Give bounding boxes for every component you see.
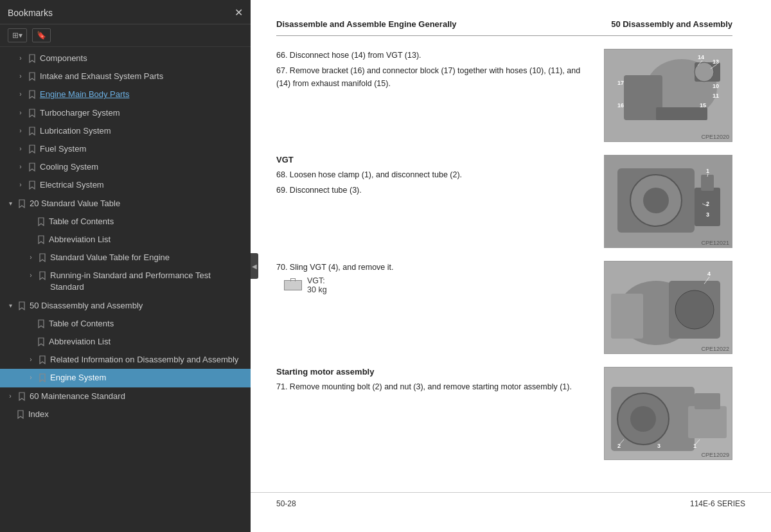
section-vgt-disconnect: 66. Disconnect hose (14) from VGT (13). … [276,49,732,142]
svg-text:14: 14 [698,54,704,60]
bookmark-add-button[interactable]: 🔖 [32,28,51,42]
expand-icon-lubrication[interactable]: › [15,126,26,136]
tree-item-engine-main-body[interactable]: › Engine Main Body Parts [0,85,251,103]
tree-item-lubrication[interactable]: › Lubrication System [0,122,251,140]
step-num: 66. [276,51,290,60]
tree-item-fuel[interactable]: › Fuel System [0,140,251,158]
expand-icon-engine-system[interactable]: › [26,373,36,383]
bookmark-icon-electrical [27,180,37,190]
tree-item-std-value-table[interactable]: ▾ 20 Standard Value Table [0,195,251,213]
bookmark-icon-engine-main-body [27,89,37,100]
series-name: 114E-6 SERIES [690,499,745,508]
bookmark-icon-std-engine [37,253,48,263]
tree-label-toc-std: Table of Contents [49,216,245,227]
step-66: 66. Disconnect hose (14) from VGT (13). [276,49,589,62]
weight-note: VGT:30 kg [284,276,589,294]
tree-item-components[interactable]: › Components [0,49,251,67]
tree-item-abbrev-std[interactable]: Abbreviation List [0,231,251,249]
expand-icon-disassembly[interactable]: ▾ [5,301,15,311]
step-67: 67. Remove bracket (16) and connector bl… [276,64,589,90]
expand-icon-related-info[interactable]: › [26,355,36,365]
step-num: 69. [276,186,290,195]
tree-item-maintenance[interactable]: › 60 Maintenance Standard [0,387,251,405]
tree-item-running-std[interactable]: › Running-in Standard and Performance Te… [0,267,251,296]
tree-label-related-info: Related Information on Disassembly and A… [50,354,245,366]
svg-rect-5 [656,107,707,120]
expand-icon-running-std[interactable]: › [26,270,36,281]
step-num: 68. [276,170,290,179]
svg-text:13: 13 [713,58,719,65]
tree-label-std-engine: Standard Value Table for Engine [50,252,245,263]
tree-item-cooling[interactable]: › Cooling System [0,158,251,176]
page-title-left: Disassemble and Assemble Engine Generall… [276,19,457,29]
svg-point-29 [675,290,714,329]
tree-label-abbrev-disasm: Abbreviation List [49,336,245,348]
svg-text:3: 3 [657,443,660,449]
tree-item-std-engine[interactable]: › Standard Value Table for Engine [0,249,251,267]
expand-icon-components[interactable]: › [15,53,26,64]
tree-item-related-info[interactable]: › Related Information on Disassembly and… [0,351,251,369]
image-code-3: CPE12022 [701,346,729,352]
expand-icon-cooling[interactable]: › [15,162,26,172]
section-text-1: 66. Disconnect hose (14) from VGT (13). … [276,49,589,93]
svg-text:3: 3 [706,211,709,218]
expand-icon-electrical[interactable]: › [15,180,26,190]
sidebar-title: Bookmarks [8,8,53,18]
bookmark-icon-abbrev-std [36,235,46,245]
tree-item-turbocharger[interactable]: › Turbocharger System [0,104,251,122]
bookmark-tree: › Components› Intake and Exhaust System … [0,47,251,532]
tree-item-abbrev-disasm[interactable]: Abbreviation List [0,333,251,351]
expand-icon-std-engine[interactable]: › [26,253,36,263]
bookmark-icon-lubrication [27,126,37,136]
sidebar-panel: Bookmarks ✕ ⊞▾ 🔖 › Components› Intake an… [0,0,251,532]
tree-label-abbrev-std: Abbreviation List [49,234,245,245]
image-code-2: CPE12021 [701,240,729,246]
main-content: Disassemble and Assemble Engine Generall… [251,0,771,532]
bookmark-icon-fuel [27,144,37,154]
section-vgt-loosen: VGT 68. Loosen hose clamp (1), and disco… [276,155,732,248]
expand-icon-std-value-table[interactable]: ▾ [5,199,15,209]
sidebar-toolbar: ⊞▾ 🔖 [0,24,251,47]
tree-item-index[interactable]: Index [0,405,251,423]
svg-rect-20 [701,175,714,191]
bookmark-icon-turbocharger [27,108,37,118]
section-vgt-sling: 70. Sling VGT (4), and remove it. VGT:30… [276,261,732,354]
close-button[interactable]: ✕ [235,6,243,19]
tree-item-toc-disasm[interactable]: Table of Contents [0,315,251,333]
expand-icon-turbocharger[interactable]: › [15,108,26,118]
tree-label-turbocharger: Turbocharger System [40,107,245,119]
weight-label: VGT:30 kg [307,276,327,294]
page-title-right: 50 Disassembly and Assembly [611,19,732,29]
tree-item-electrical[interactable]: › Electrical System [0,176,251,194]
tree-item-toc-std[interactable]: Table of Contents [0,213,251,231]
tree-label-fuel: Fuel System [40,143,245,155]
tree-item-intake-exhaust[interactable]: › Intake and Exhaust System Parts [0,67,251,85]
section-text-3: 70. Sling VGT (4), and remove it. VGT:30… [276,261,589,297]
tree-item-engine-system[interactable]: › Engine System [0,369,251,387]
svg-text:4: 4 [707,270,711,277]
tree-label-engine-system: Engine System [50,372,245,384]
expand-icon-engine-main-body[interactable]: › [15,89,26,100]
svg-rect-38 [695,393,720,409]
bookmark-icon-engine-system [37,373,48,383]
expand-icon-maintenance[interactable]: › [5,391,15,402]
page-header: Disassemble and Assemble Engine Generall… [276,19,732,36]
tree-item-disassembly[interactable]: ▾ 50 Disassembly and Assembly [0,297,251,315]
bookmark-icon-abbrev-disasm [36,337,46,347]
step-num: 70. [276,263,290,272]
tree-label-maintenance: 60 Maintenance Standard [30,391,245,402]
expand-icon-fuel[interactable]: › [15,144,26,154]
tree-label-components: Components [40,53,245,64]
step-70: 70. Sling VGT (4), and remove it. [276,261,589,274]
tree-label-lubrication: Lubrication System [40,125,245,137]
sidebar-collapse-handle[interactable]: ◀ [251,253,258,279]
tree-label-cooling: Cooling System [40,161,245,173]
svg-text:1: 1 [706,168,709,174]
view-toggle-button[interactable]: ⊞▾ [8,28,27,42]
step-69: 69. Disconnect tube (3). [276,184,589,197]
bookmark-icon-maintenance [17,391,27,402]
bookmark-icon-cooling [27,162,37,172]
svg-point-4 [695,62,714,82]
expand-icon-intake-exhaust[interactable]: › [15,71,26,82]
image-code-1: CPE12020 [701,134,729,140]
